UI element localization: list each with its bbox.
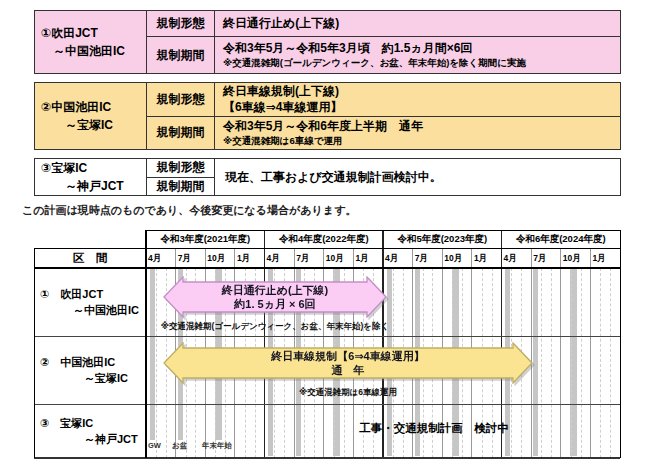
summary-block-suita-ikeda: ①吹田JCT ～中国池田IC 規制形態 終日通行止め(上下線) 規制期間 令和3…	[34, 10, 621, 74]
year-header-cell: 令和5年度(2023年度)	[383, 230, 502, 248]
arrow-text-line: 約1. 5ヵ月 × 6回	[234, 297, 315, 311]
section-column-header: 区 間	[34, 248, 146, 268]
reg-type-value: 終日通行止め(上下線)	[223, 15, 620, 31]
reg-type-label: 規制形態	[147, 83, 215, 116]
month-label: 7月	[178, 248, 205, 268]
lane-arrow-note: ※交通混雑期は6車線運用	[228, 387, 468, 399]
lane-regulation-arrow: 終日車線規制【6⇒4車線運用】通 年	[163, 342, 533, 384]
year-header-cell: 令和4年度(2022年度)	[265, 230, 384, 248]
congestion-legend-newyear: 年末年始	[202, 441, 232, 451]
gantt-row-label: ③ 宝塚IC ～神戸JCT	[34, 404, 146, 458]
gantt-row-label: ② 中国池田IC ～宝塚IC	[34, 336, 146, 404]
month-label: 4月	[385, 248, 412, 268]
arrow-text-line: 終日通行止め(上下線)	[222, 283, 329, 297]
month-label: 4月	[504, 248, 531, 268]
document-page: ①吹田JCT ～中国池田IC 規制形態 終日通行止め(上下線) 規制期間 令和3…	[0, 0, 650, 466]
month-label: 10月	[326, 248, 353, 268]
congestion-legend-obon: お盆	[172, 441, 187, 451]
month-label: 1月	[355, 248, 382, 268]
grid-line	[600, 268, 601, 458]
month-label: 4月	[267, 248, 294, 268]
grid-line	[156, 268, 157, 458]
month-label: 7月	[296, 248, 323, 268]
arrow-text: 終日通行止め(上下線)約1. 5ヵ月 × 6回	[163, 276, 387, 318]
arrow-text-line: 終日車線規制【6⇒4車線運用】	[271, 349, 424, 363]
plan-disclaimer-note: この計画は現時点のものであり、今後変更になる場合があります。	[22, 203, 356, 218]
gantt-row-label: ① 吹田JCT ～中国池田IC	[34, 268, 146, 336]
grid-line	[590, 248, 591, 458]
reg-type-label: 規制形態	[147, 11, 215, 36]
section-name: ③宝塚IC ～神戸JCT	[35, 159, 147, 195]
section-name: ①吹田JCT ～中国池田IC	[35, 11, 147, 73]
grid-line	[620, 230, 621, 458]
month-label: 7月	[415, 248, 442, 268]
month-label: 1月	[237, 248, 264, 268]
row3-status-text: 工事・交通規制計画 検討中	[284, 421, 584, 436]
month-label: 7月	[533, 248, 560, 268]
full-closure-arrow: 終日通行止め(上下線)約1. 5ヵ月 × 6回	[163, 276, 387, 318]
year-header-cell: 令和6年度(2024年度)	[502, 230, 621, 248]
month-label: 10月	[207, 248, 234, 268]
summary-block-ikeda-takarazuka: ②中国池田IC ～宝塚IC 規制形態 終日車線規制(上下線) 【6車線⇒4車線運…	[34, 82, 621, 150]
reg-period-note: ※交通混雑期は6車線で運用	[223, 135, 620, 148]
closure-arrow-note: ※交通混雑期(ゴールデンウィーク、お盆、年末年始)を除く	[145, 321, 405, 333]
month-label: 1月	[474, 248, 501, 268]
month-label: 1月	[592, 248, 619, 268]
reg-type-label: 規制形態	[147, 159, 214, 177]
year-header-cell: 令和3年度(2021年度)	[146, 230, 265, 248]
month-label: 4月	[148, 248, 175, 268]
section-name: ②中国池田IC ～宝塚IC	[35, 83, 147, 149]
reg-period-label: 規制期間	[147, 117, 215, 150]
reg-period-value: 令和3年5月～令和5年3月頃 約1.5ヵ月間×6回	[223, 40, 620, 56]
congestion-legend-gw: GW	[148, 441, 161, 450]
schedule-gantt-chart: 区 間令和3年度(2021年度)令和4年度(2022年度)令和5年度(2023年…	[34, 230, 620, 458]
reg-period-value: 令和3年5月～令和6年度上半期 通年	[223, 118, 620, 134]
reg-period-note: ※交通混雑期(ゴールデンウィーク、お盆、年末年始)を除く期間に実施	[223, 57, 620, 70]
congestion-period-bar	[150, 268, 155, 440]
month-label: 10月	[444, 248, 471, 268]
grid-line	[610, 268, 611, 458]
reg-period-label: 規制期間	[147, 177, 214, 196]
arrow-text-line: 通 年	[332, 363, 365, 377]
reg-period-label: 規制期間	[147, 37, 215, 73]
reg-type-value: 終日車線規制(上下線) 【6車線⇒4車線運用】	[223, 83, 620, 115]
summary-block-takarazuka-kobe: ③宝塚IC ～神戸JCT 規制形態 規制期間 現在、工事および交通規制計画検討中…	[34, 158, 621, 196]
arrow-text: 終日車線規制【6⇒4車線運用】通 年	[163, 342, 533, 384]
under-study-text: 現在、工事および交通規制計画検討中。	[215, 159, 620, 195]
month-label: 10月	[563, 248, 590, 268]
